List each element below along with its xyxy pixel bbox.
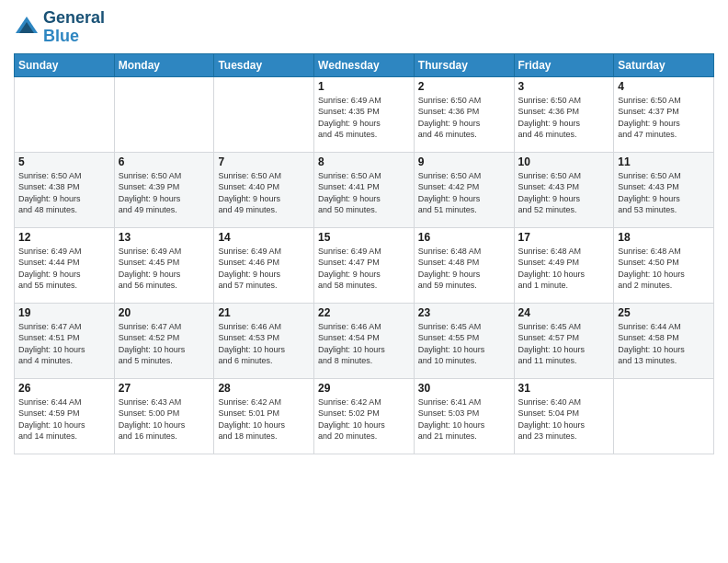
day-info: Sunrise: 6:41 AM Sunset: 5:03 PM Dayligh… <box>418 396 510 442</box>
calendar-cell: 9Sunrise: 6:50 AM Sunset: 4:42 PM Daylig… <box>414 152 514 227</box>
calendar-cell: 14Sunrise: 6:49 AM Sunset: 4:46 PM Dayli… <box>214 227 314 303</box>
calendar-cell: 5Sunrise: 6:50 AM Sunset: 4:38 PM Daylig… <box>15 152 115 227</box>
day-number: 14 <box>218 231 310 244</box>
day-info: Sunrise: 6:43 AM Sunset: 5:00 PM Dayligh… <box>119 396 210 442</box>
calendar-cell: 19Sunrise: 6:47 AM Sunset: 4:51 PM Dayli… <box>15 303 115 378</box>
calendar-cell: 16Sunrise: 6:48 AM Sunset: 4:48 PM Dayli… <box>414 227 514 303</box>
calendar: SundayMondayTuesdayWednesdayThursdayFrid… <box>14 53 714 454</box>
calendar-cell <box>114 76 214 152</box>
calendar-cell: 2Sunrise: 6:50 AM Sunset: 4:36 PM Daylig… <box>414 76 514 152</box>
day-number: 8 <box>318 155 410 168</box>
logo: General Blue <box>14 9 105 46</box>
calendar-cell: 10Sunrise: 6:50 AM Sunset: 4:43 PM Dayli… <box>514 152 614 227</box>
day-info: Sunrise: 6:50 AM Sunset: 4:43 PM Dayligh… <box>518 170 610 216</box>
day-number: 10 <box>518 155 610 168</box>
day-info: Sunrise: 6:49 AM Sunset: 4:45 PM Dayligh… <box>119 246 210 292</box>
logo-icon <box>14 15 40 40</box>
day-info: Sunrise: 6:42 AM Sunset: 5:01 PM Dayligh… <box>218 396 310 442</box>
calendar-week-row: 12Sunrise: 6:49 AM Sunset: 4:44 PM Dayli… <box>15 227 714 303</box>
logo-text: General Blue <box>43 9 105 46</box>
calendar-week-row: 5Sunrise: 6:50 AM Sunset: 4:38 PM Daylig… <box>15 152 714 227</box>
day-info: Sunrise: 6:50 AM Sunset: 4:36 PM Dayligh… <box>418 95 510 141</box>
calendar-cell: 7Sunrise: 6:50 AM Sunset: 4:40 PM Daylig… <box>214 152 314 227</box>
calendar-cell <box>614 378 714 454</box>
day-number: 12 <box>18 231 110 244</box>
calendar-cell: 23Sunrise: 6:45 AM Sunset: 4:55 PM Dayli… <box>414 303 514 378</box>
day-info: Sunrise: 6:49 AM Sunset: 4:35 PM Dayligh… <box>318 95 410 141</box>
day-info: Sunrise: 6:50 AM Sunset: 4:37 PM Dayligh… <box>618 95 710 141</box>
weekday-header: Thursday <box>414 53 514 76</box>
day-number: 9 <box>418 155 510 168</box>
day-info: Sunrise: 6:48 AM Sunset: 4:49 PM Dayligh… <box>518 246 610 292</box>
day-number: 5 <box>18 155 110 168</box>
day-number: 20 <box>119 306 210 319</box>
day-number: 2 <box>418 80 510 93</box>
day-info: Sunrise: 6:50 AM Sunset: 4:42 PM Dayligh… <box>418 170 510 216</box>
weekday-header: Friday <box>514 53 614 76</box>
calendar-cell: 8Sunrise: 6:50 AM Sunset: 4:41 PM Daylig… <box>314 152 415 227</box>
weekday-header: Monday <box>114 53 214 76</box>
calendar-cell: 30Sunrise: 6:41 AM Sunset: 5:03 PM Dayli… <box>414 378 514 454</box>
day-number: 7 <box>218 155 310 168</box>
day-info: Sunrise: 6:44 AM Sunset: 4:58 PM Dayligh… <box>618 321 710 367</box>
calendar-cell: 15Sunrise: 6:49 AM Sunset: 4:47 PM Dayli… <box>314 227 415 303</box>
day-number: 1 <box>318 80 410 93</box>
calendar-week-row: 19Sunrise: 6:47 AM Sunset: 4:51 PM Dayli… <box>15 303 714 378</box>
day-info: Sunrise: 6:49 AM Sunset: 4:46 PM Dayligh… <box>218 246 310 292</box>
day-number: 23 <box>418 306 510 319</box>
calendar-week-row: 1Sunrise: 6:49 AM Sunset: 4:35 PM Daylig… <box>15 76 714 152</box>
weekday-header: Wednesday <box>314 53 415 76</box>
day-number: 28 <box>218 382 310 395</box>
header: General Blue <box>14 9 714 46</box>
calendar-header-row: SundayMondayTuesdayWednesdayThursdayFrid… <box>15 53 714 76</box>
day-info: Sunrise: 6:48 AM Sunset: 4:48 PM Dayligh… <box>418 246 510 292</box>
day-number: 30 <box>418 382 510 395</box>
calendar-cell: 31Sunrise: 6:40 AM Sunset: 5:04 PM Dayli… <box>514 378 614 454</box>
day-info: Sunrise: 6:49 AM Sunset: 4:44 PM Dayligh… <box>18 246 110 292</box>
day-info: Sunrise: 6:48 AM Sunset: 4:50 PM Dayligh… <box>618 246 710 292</box>
day-info: Sunrise: 6:42 AM Sunset: 5:02 PM Dayligh… <box>318 396 410 442</box>
day-number: 18 <box>618 231 710 244</box>
calendar-cell: 20Sunrise: 6:47 AM Sunset: 4:52 PM Dayli… <box>114 303 214 378</box>
day-info: Sunrise: 6:50 AM Sunset: 4:43 PM Dayligh… <box>618 170 710 216</box>
day-info: Sunrise: 6:50 AM Sunset: 4:38 PM Dayligh… <box>18 170 110 216</box>
weekday-header: Sunday <box>15 53 115 76</box>
day-number: 27 <box>119 382 210 395</box>
day-number: 22 <box>318 306 410 319</box>
calendar-week-row: 26Sunrise: 6:44 AM Sunset: 4:59 PM Dayli… <box>15 378 714 454</box>
calendar-cell: 18Sunrise: 6:48 AM Sunset: 4:50 PM Dayli… <box>614 227 714 303</box>
day-info: Sunrise: 6:49 AM Sunset: 4:47 PM Dayligh… <box>318 246 410 292</box>
day-number: 31 <box>518 382 610 395</box>
day-number: 15 <box>318 231 410 244</box>
day-number: 13 <box>119 231 210 244</box>
calendar-cell: 28Sunrise: 6:42 AM Sunset: 5:01 PM Dayli… <box>214 378 314 454</box>
day-number: 19 <box>18 306 110 319</box>
day-number: 11 <box>618 155 710 168</box>
day-number: 26 <box>18 382 110 395</box>
calendar-cell: 11Sunrise: 6:50 AM Sunset: 4:43 PM Dayli… <box>614 152 714 227</box>
day-info: Sunrise: 6:45 AM Sunset: 4:57 PM Dayligh… <box>518 321 610 367</box>
calendar-cell <box>214 76 314 152</box>
day-info: Sunrise: 6:46 AM Sunset: 4:53 PM Dayligh… <box>218 321 310 367</box>
day-info: Sunrise: 6:45 AM Sunset: 4:55 PM Dayligh… <box>418 321 510 367</box>
day-number: 6 <box>119 155 210 168</box>
day-number: 3 <box>518 80 610 93</box>
day-number: 24 <box>518 306 610 319</box>
day-number: 21 <box>218 306 310 319</box>
calendar-cell: 4Sunrise: 6:50 AM Sunset: 4:37 PM Daylig… <box>614 76 714 152</box>
day-number: 4 <box>618 80 710 93</box>
day-info: Sunrise: 6:50 AM Sunset: 4:40 PM Dayligh… <box>218 170 310 216</box>
day-info: Sunrise: 6:40 AM Sunset: 5:04 PM Dayligh… <box>518 396 610 442</box>
weekday-header: Saturday <box>614 53 714 76</box>
calendar-cell <box>15 76 115 152</box>
calendar-cell: 24Sunrise: 6:45 AM Sunset: 4:57 PM Dayli… <box>514 303 614 378</box>
calendar-cell: 1Sunrise: 6:49 AM Sunset: 4:35 PM Daylig… <box>314 76 415 152</box>
day-info: Sunrise: 6:47 AM Sunset: 4:52 PM Dayligh… <box>119 321 210 367</box>
weekday-header: Tuesday <box>214 53 314 76</box>
day-info: Sunrise: 6:50 AM Sunset: 4:39 PM Dayligh… <box>119 170 210 216</box>
day-info: Sunrise: 6:46 AM Sunset: 4:54 PM Dayligh… <box>318 321 410 367</box>
day-number: 17 <box>518 231 610 244</box>
day-number: 16 <box>418 231 510 244</box>
day-info: Sunrise: 6:50 AM Sunset: 4:41 PM Dayligh… <box>318 170 410 216</box>
calendar-cell: 25Sunrise: 6:44 AM Sunset: 4:58 PM Dayli… <box>614 303 714 378</box>
